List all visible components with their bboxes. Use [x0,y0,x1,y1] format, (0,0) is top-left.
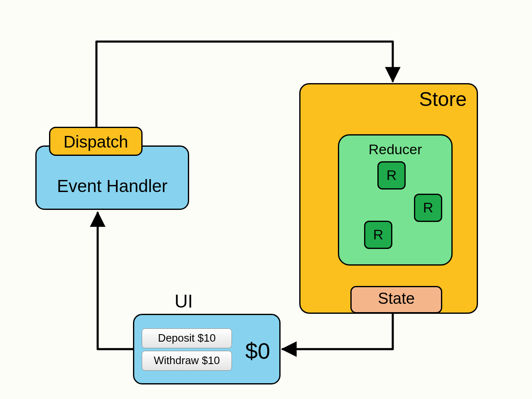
ui-title: UI [175,291,193,312]
edge-state-to-ui [283,311,393,349]
reducer-chip-3: R [364,221,392,249]
state-box: State [350,286,442,313]
withdraw-button[interactable]: Withdraw $10 [142,351,232,371]
reducer-title: Reducer [339,141,451,158]
reducer-box: Reducer R R R [338,134,453,266]
store-title: Store [419,88,467,111]
ui-box: Deposit $10 Withdraw $10 $0 [133,314,281,384]
reducer-chip-2: R [414,194,442,222]
ui-balance: $0 [245,338,270,364]
reducer-chip-1: R [377,161,406,190]
dispatch-box: Dispatch [49,127,143,156]
deposit-button[interactable]: Deposit $10 [142,328,232,348]
diagram-stage: Store Reducer R R R State Event Handler … [0,0,532,399]
store-box: Store Reducer R R R State [299,83,478,314]
event-handler-label: Event Handler [37,176,188,196]
edge-ui-to-eventhandler [98,213,133,349]
